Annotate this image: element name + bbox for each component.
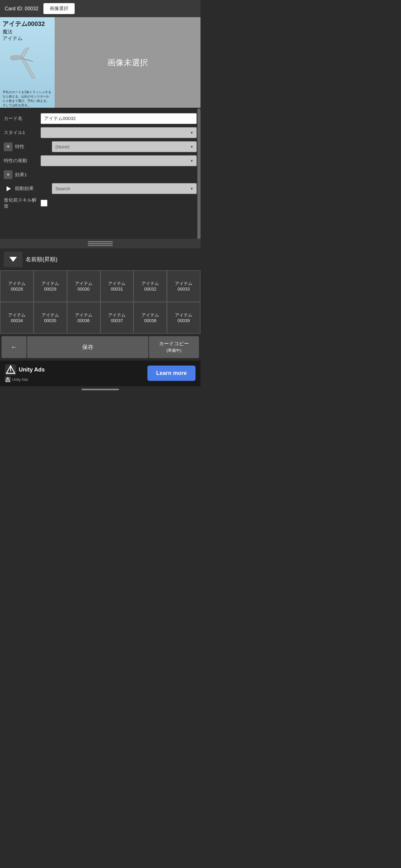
grid-item-00038[interactable]: アイテム00038 — [134, 302, 167, 333]
play-button[interactable] — [4, 184, 12, 193]
passive-effect-select[interactable]: Search — [52, 183, 197, 194]
card-description: 手札のカードを2枚トラッシュするなら使える。山札のモンスターから１枚まで選び、手… — [2, 90, 52, 107]
card-preview: アイテム00032 魔法 アイテム 手札のカードを2枚ト — [0, 17, 55, 108]
sort-section: 名前順(昇順) — [0, 248, 201, 270]
evolution-row: 進化前スキル解放 — [0, 195, 201, 211]
grid-item-00036[interactable]: アイテム00036 — [67, 302, 100, 333]
passive-effect-row: 能動効果 Search ▼ — [0, 182, 201, 195]
no-image-text: 画像未選択 — [107, 57, 148, 68]
learn-more-button[interactable]: Learn more — [147, 366, 196, 381]
pickaxe-icon — [10, 46, 45, 84]
card-title: アイテム00032 — [2, 20, 52, 28]
unity-small-icon — [5, 377, 11, 382]
attribute-label: 特性 — [15, 144, 49, 150]
sort-label: 名前順(昇順) — [26, 256, 58, 263]
grid-item-00031[interactable]: アイテム00031 — [101, 271, 134, 302]
grid-item-00037[interactable]: アイテム00037 — [101, 302, 134, 333]
unity-ads-left: Unity Ads Unity Ads — [5, 364, 45, 382]
attribute-trigger-select-wrapper: ▼ — [41, 155, 197, 166]
bottom-buttons: ← 保存 カードコピー(準備中) — [0, 334, 201, 361]
attribute-trigger-row: 特性の発動 ▼ — [0, 154, 201, 168]
grid-item-00035[interactable]: アイテム00035 — [34, 302, 67, 333]
attribute-trigger-select[interactable] — [41, 155, 197, 166]
grid-item-00030[interactable]: アイテム00030 — [67, 271, 100, 302]
unity-ads-text: Unity Ads — [19, 367, 45, 373]
card-image-area — [2, 42, 52, 89]
grid-item-00034[interactable]: アイテム00034 — [0, 302, 33, 333]
play-icon — [6, 186, 11, 191]
attribute-plus-button[interactable]: + — [4, 143, 12, 151]
style1-label: スタイル1 — [4, 130, 38, 135]
sort-dropdown-button[interactable] — [4, 251, 23, 267]
unity-small-logo: Unity Ads — [5, 377, 45, 382]
card-preview-area: アイテム00032 魔法 アイテム 手札のカードを2枚ト — [0, 17, 201, 108]
divider-section — [0, 239, 201, 248]
attribute-select-wrapper: (None) ▼ — [52, 141, 197, 152]
unity-small-text: Unity Ads — [12, 377, 28, 382]
save-button[interactable]: 保存 — [27, 336, 148, 358]
evolution-checkbox[interactable] — [41, 200, 47, 207]
form-section: カード名 スタイル1 ▼ + 特性 (None) ▼ 特性の発動 ▼ — [0, 108, 201, 239]
card-type2: アイテム — [2, 35, 52, 42]
copy-button[interactable]: カードコピー(準備中) — [149, 336, 199, 358]
scrollbar[interactable] — [197, 108, 201, 239]
card-name-input[interactable] — [41, 113, 197, 124]
divider-handle[interactable] — [88, 241, 113, 246]
divider-line-2 — [88, 243, 113, 244]
home-bar — [81, 389, 119, 390]
divider-line-3 — [88, 245, 113, 246]
effect1-plus-button[interactable]: + — [4, 170, 12, 179]
sort-triangle-icon — [9, 257, 17, 262]
attribute-row: + 特性 (None) ▼ — [0, 140, 201, 154]
no-image-area: 画像未選択 — [55, 17, 201, 108]
style1-select[interactable] — [41, 127, 197, 138]
grid-item-00032[interactable]: アイテム00032 — [134, 271, 167, 302]
unity-ads-logo: Unity Ads — [5, 364, 45, 376]
passive-effect-label: 能動効果 — [15, 186, 49, 191]
card-grid: アイテム00028 アイテム00029 アイテム00030 アイテム00031 … — [0, 270, 201, 334]
attribute-trigger-label: 特性の発動 — [4, 158, 38, 164]
attribute-select[interactable]: (None) — [52, 141, 197, 152]
divider-line-1 — [88, 241, 113, 242]
effect1-row: + 効果1 — [0, 168, 201, 182]
unity-ads-icon — [5, 364, 16, 376]
card-name-row: カード名 — [0, 112, 201, 126]
image-select-button[interactable]: 画像選択 — [43, 3, 75, 14]
style1-select-wrapper: ▼ — [41, 127, 197, 138]
back-button[interactable]: ← — [2, 336, 27, 358]
style1-row: スタイル1 ▼ — [0, 126, 201, 140]
passive-effect-select-wrapper: Search ▼ — [52, 183, 197, 194]
grid-item-00033[interactable]: アイテム00033 — [167, 271, 200, 302]
evolution-label: 進化前スキル解放 — [4, 197, 38, 209]
form-spacer — [0, 211, 201, 236]
grid-item-00029[interactable]: アイテム00029 — [34, 271, 67, 302]
card-header: Card ID: 00032 画像選択 — [0, 0, 201, 17]
effect1-label: 効果1 — [15, 172, 49, 178]
ad-banner: Unity Ads Unity Ads Learn more — [0, 361, 201, 386]
grid-item-00039[interactable]: アイテム00039 — [167, 302, 200, 333]
card-type1: 魔法 — [2, 29, 52, 35]
home-indicator — [0, 386, 201, 393]
grid-item-00028[interactable]: アイテム00028 — [0, 271, 33, 302]
card-name-label: カード名 — [4, 116, 38, 122]
card-id-label: Card ID: 00032 — [5, 6, 39, 11]
